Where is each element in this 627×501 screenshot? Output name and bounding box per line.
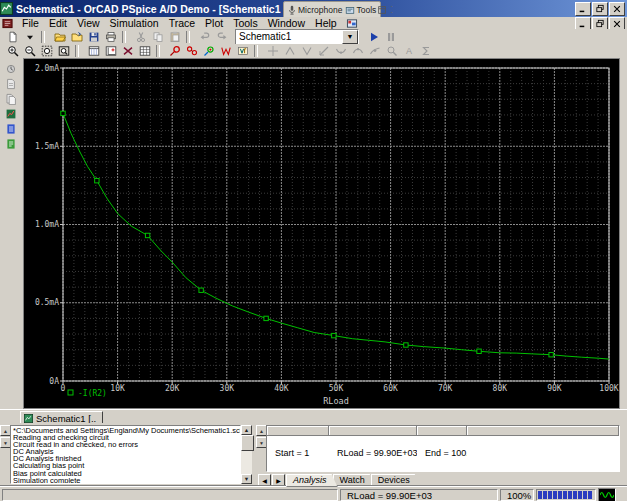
simulation-profile-combo[interactable]: Schematic1 ▼ <box>235 29 359 45</box>
probe-plot-area[interactable]: 010K20K30K40K50K60K70K80K90K100K0A0.5mA1… <box>23 58 620 409</box>
pspice-window: Schematic1 - OrCAD PSpice A/D Demo - [Sc… <box>0 0 627 501</box>
cursor-slope-button[interactable] <box>315 45 332 58</box>
progress-block <box>543 491 547 499</box>
menu-file[interactable]: File <box>17 17 44 29</box>
eval-goal-button[interactable] <box>417 45 434 58</box>
zoom-area-button[interactable] <box>38 45 55 58</box>
circuit-file-button[interactable] <box>3 77 20 90</box>
cursor-min-icon <box>335 45 347 57</box>
zoom-in-button[interactable] <box>4 45 21 58</box>
save-button[interactable] <box>85 30 102 43</box>
undo-icon <box>199 31 211 43</box>
open-file-button[interactable] <box>51 30 68 43</box>
toolbar-group <box>3 30 39 43</box>
add-plot-button[interactable] <box>119 45 136 58</box>
scroll-up-icon[interactable]: ▲ <box>241 425 252 435</box>
simulation-left-toolbar <box>0 58 22 409</box>
menu-view[interactable]: View <box>72 17 105 29</box>
status-panel-cell: RLoad = 99.90E+03 <box>329 448 417 458</box>
watch-list-button[interactable] <box>3 122 20 135</box>
scroll-down-icon[interactable]: ▼ <box>241 474 252 484</box>
language-bar-options-icon[interactable] <box>377 5 387 15</box>
language-bar-tools-label[interactable]: Tools <box>356 5 376 15</box>
microphone-icon[interactable] <box>287 5 297 15</box>
toolbar-group <box>3 45 73 58</box>
menu-help[interactable]: Help <box>310 17 342 29</box>
language-bar-microphone-label[interactable]: Microphone <box>298 5 342 15</box>
cursor-peak-button[interactable] <box>281 45 298 58</box>
circuit-file-icon <box>5 78 17 90</box>
analysis-status-panel: Start = 1RLoad = 99.90E+03End = 100.0E+.… <box>266 425 620 472</box>
redo-button[interactable] <box>213 30 230 43</box>
minimize-button[interactable] <box>575 2 591 16</box>
voltage-diff-marker-button[interactable] <box>183 45 200 58</box>
menu-extra-icon[interactable] <box>346 18 358 29</box>
combo-dropdown-icon[interactable]: ▼ <box>342 30 358 44</box>
zoom-out-button[interactable] <box>21 45 38 58</box>
svg-text:0: 0 <box>61 384 66 393</box>
menu-simulation[interactable]: Simulation <box>105 17 164 29</box>
cursor-min-button[interactable] <box>332 45 349 58</box>
document-system-icon[interactable] <box>2 18 15 29</box>
menu-edit[interactable]: Edit <box>44 17 72 29</box>
cursor-point-icon <box>369 45 381 57</box>
mark-label-button[interactable]: A <box>400 45 417 58</box>
display-grid-button[interactable] <box>136 45 153 58</box>
cursor-point-button[interactable] <box>366 45 383 58</box>
svg-text:30K: 30K <box>220 384 235 393</box>
language-bar-handle[interactable]: ⁚ <box>390 5 393 15</box>
waveform-chart[interactable]: 010K20K30K40K50K60K70K80K90K100K0A0.5mA1… <box>24 59 619 408</box>
cut-button[interactable] <box>132 30 149 43</box>
menu-tools[interactable]: Tools <box>228 17 263 29</box>
tab-analysis[interactable]: Analysis <box>286 474 338 487</box>
power-marker-button[interactable] <box>217 45 234 58</box>
copy-button[interactable] <box>149 30 166 43</box>
svg-text:90K: 90K <box>547 384 562 393</box>
toggle-cursor-button[interactable] <box>264 45 281 58</box>
svg-text:70K: 70K <box>438 384 453 393</box>
run-button[interactable] <box>365 30 382 43</box>
current-marker-icon <box>203 45 215 57</box>
svg-text:-I(R2): -I(R2) <box>78 389 107 398</box>
output-file-button[interactable] <box>3 92 20 105</box>
cursor-max-button[interactable] <box>349 45 366 58</box>
netlist-button[interactable] <box>3 137 20 150</box>
restore-button[interactable] <box>592 2 608 16</box>
bias-display-button[interactable] <box>234 45 251 58</box>
tools-icon[interactable] <box>345 5 355 15</box>
app-icon[interactable] <box>0 2 13 15</box>
new-file-button[interactable] <box>4 30 21 43</box>
simulation-output-log[interactable]: *C:\Documents and Settings\England\My Do… <box>10 425 241 484</box>
cursor-search-button[interactable] <box>383 45 400 58</box>
output-scrollbar-thumb[interactable] <box>241 435 254 451</box>
menu-trace[interactable]: Trace <box>164 17 200 29</box>
svg-text:80K: 80K <box>493 384 508 393</box>
print-button[interactable] <box>102 30 119 43</box>
cursor-trough-button[interactable] <box>298 45 315 58</box>
sim-queue-button[interactable] <box>3 62 20 75</box>
plot-window-button[interactable] <box>85 45 102 58</box>
status-panel-cell: End = 100.0E+.. <box>417 448 467 458</box>
add-y-axis-button[interactable] <box>102 45 119 58</box>
zoom-out-icon <box>24 45 36 57</box>
open-folder-button[interactable] <box>68 30 85 43</box>
menu-items: FileEditViewSimulationTracePlotToolsWind… <box>17 17 342 29</box>
toolbar-group <box>84 45 154 58</box>
paste-button[interactable] <box>166 30 183 43</box>
voltage-marker-button[interactable] <box>166 45 183 58</box>
output-scrollbar[interactable]: ▲ ▼ <box>241 425 252 484</box>
close-button[interactable] <box>609 2 625 16</box>
chart-data-button[interactable] <box>3 107 20 120</box>
language-bar[interactable]: Microphone Tools ⁚ <box>283 1 381 18</box>
main-toolbar: Schematic1 ▼ <box>0 29 627 44</box>
print-icon <box>105 31 117 43</box>
menu-plot[interactable]: Plot <box>200 17 228 29</box>
pause-button[interactable] <box>382 30 399 43</box>
new-file-icon <box>7 31 19 43</box>
zoom-fit-button[interactable] <box>55 45 72 58</box>
dropdown-caret-button[interactable] <box>21 30 38 43</box>
menu-window[interactable]: Window <box>263 17 310 29</box>
undo-button[interactable] <box>196 30 213 43</box>
current-marker-button[interactable] <box>200 45 217 58</box>
svg-text:40K: 40K <box>274 384 289 393</box>
